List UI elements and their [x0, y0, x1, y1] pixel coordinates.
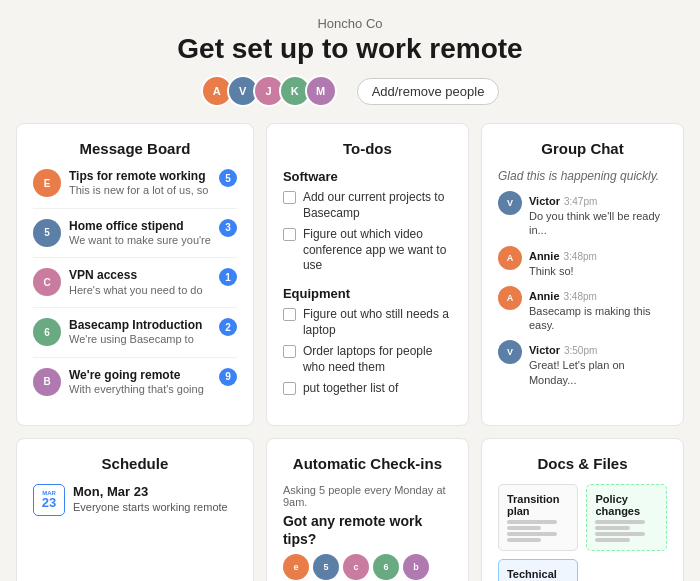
- doc-lines: [507, 520, 570, 542]
- chat-author: Victor: [529, 195, 560, 207]
- checkin-avatars: e5c6b: [283, 554, 452, 580]
- message-board-item[interactable]: 5 Home office stipend We want to make su…: [33, 219, 237, 259]
- message-board-list: E Tips for remote working This is new fo…: [33, 169, 237, 396]
- company-name: Honcho Co: [16, 16, 684, 31]
- chat-meta: Annie3:48pm: [529, 246, 597, 264]
- todo-checkbox[interactable]: [283, 228, 296, 241]
- todos-title: To-dos: [283, 140, 452, 157]
- docs-files-title: Docs & Files: [498, 455, 667, 472]
- msg-preview: Here's what you need to do: [69, 283, 211, 297]
- chat-message: A Annie3:48pm Think so!: [498, 246, 667, 278]
- chat-message: V Victor3:47pm Do you think we'll be rea…: [498, 191, 667, 238]
- msg-avatar: B: [33, 368, 61, 396]
- main-grid: Message Board E Tips for remote working …: [16, 123, 684, 581]
- todo-item[interactable]: put together list of: [283, 381, 452, 397]
- checkins-list: Asking 5 people every Monday at 9am. Got…: [283, 484, 452, 581]
- auto-checkins-title: Automatic Check-ins: [283, 455, 452, 472]
- auto-checkins-card: Automatic Check-ins Asking 5 people ever…: [266, 438, 469, 581]
- todo-text: Figure out which video conference app we…: [303, 227, 452, 274]
- chat-message: V Victor3:50pm Great! Let's plan on Mond…: [498, 340, 667, 387]
- chat-content: Annie3:48pm Basecamp is making this easy…: [529, 286, 667, 333]
- todo-item[interactable]: Order laptops for people who need them: [283, 344, 452, 375]
- docs-files-card: Docs & Files Transition plan Policy chan…: [481, 438, 684, 581]
- msg-title: VPN access: [69, 268, 211, 282]
- group-chat-title: Group Chat: [498, 140, 667, 157]
- chat-author: Annie: [529, 290, 560, 302]
- message-board-item[interactable]: B We're going remote With everything tha…: [33, 368, 237, 397]
- checkin-avatar: b: [403, 554, 429, 580]
- todo-checkbox[interactable]: [283, 382, 296, 395]
- chat-meta: Annie3:48pm: [529, 286, 667, 304]
- checkin-question: Got any remote work tips?: [283, 512, 452, 548]
- unread-badge: 1: [219, 268, 237, 286]
- header-avatar: M: [305, 75, 337, 107]
- msg-content: We're going remote With everything that'…: [69, 368, 211, 397]
- chat-content: Victor3:50pm Great! Let's plan on Monday…: [529, 340, 667, 387]
- doc-lines: [595, 520, 658, 542]
- todo-checkbox[interactable]: [283, 345, 296, 358]
- todo-section-title: Software: [283, 169, 452, 184]
- schedule-event: MAR 23 Mon, Mar 23 Everyone starts worki…: [33, 484, 237, 516]
- msg-avatar: C: [33, 268, 61, 296]
- chat-intro: Glad this is happening quickly.: [498, 169, 667, 183]
- chat-content: Annie3:48pm Think so!: [529, 246, 597, 278]
- message-board-title: Message Board: [33, 140, 237, 157]
- todo-text: put together list of: [303, 381, 398, 397]
- message-board-item[interactable]: C VPN access Here's what you need to do …: [33, 268, 237, 308]
- msg-content: Home office stipend We want to make sure…: [69, 219, 211, 248]
- add-remove-people-button[interactable]: Add/remove people: [357, 78, 500, 105]
- chat-avatar: V: [498, 340, 522, 364]
- chat-message: A Annie3:48pm Basecamp is making this ea…: [498, 286, 667, 333]
- todo-checkbox[interactable]: [283, 191, 296, 204]
- chat-meta: Victor3:50pm: [529, 340, 667, 358]
- todo-section: EquipmentFigure out who still needs a la…: [283, 286, 452, 397]
- doc-card[interactable]: Transition plan: [498, 484, 579, 551]
- chat-author: Annie: [529, 250, 560, 262]
- msg-title: We're going remote: [69, 368, 211, 382]
- chat-text: Basecamp is making this easy.: [529, 304, 667, 333]
- schedule-title: Schedule: [33, 455, 237, 472]
- event-info: Mon, Mar 23 Everyone starts working remo…: [73, 484, 228, 513]
- doc-title: Technical docs: [507, 568, 570, 581]
- chat-time: 3:48pm: [564, 251, 597, 262]
- checkin-avatar: 5: [313, 554, 339, 580]
- todo-checkbox[interactable]: [283, 308, 296, 321]
- checkin-asking: Asking 5 people every Monday at 9am.: [283, 484, 452, 508]
- msg-content: Basecamp Introduction We're using Baseca…: [69, 318, 211, 347]
- todo-item[interactable]: Add our current projects to Basecamp: [283, 190, 452, 221]
- todo-section-title: Equipment: [283, 286, 452, 301]
- todos-list: SoftwareAdd our current projects to Base…: [283, 169, 452, 397]
- message-board-card: Message Board E Tips for remote working …: [16, 123, 254, 426]
- doc-line: [507, 532, 557, 536]
- doc-line: [507, 538, 541, 542]
- chat-time: 3:47pm: [564, 196, 597, 207]
- todo-section: SoftwareAdd our current projects to Base…: [283, 169, 452, 274]
- todo-text: Figure out who still needs a laptop: [303, 307, 452, 338]
- chat-list: V Victor3:47pm Do you think we'll be rea…: [498, 191, 667, 387]
- unread-badge: 5: [219, 169, 237, 187]
- unread-badge: 2: [219, 318, 237, 336]
- doc-card[interactable]: Technical docs: [498, 559, 579, 581]
- calendar-icon: MAR 23: [33, 484, 65, 516]
- doc-title: Transition plan: [507, 493, 570, 517]
- chat-text: Great! Let's plan on Monday...: [529, 358, 667, 387]
- message-board-item[interactable]: 6 Basecamp Introduction We're using Base…: [33, 318, 237, 358]
- doc-line: [507, 520, 557, 524]
- chat-text: Think so!: [529, 264, 597, 278]
- todo-item[interactable]: Figure out who still needs a laptop: [283, 307, 452, 338]
- doc-card[interactable]: Policy changes: [586, 484, 667, 551]
- msg-content: Tips for remote working This is new for …: [69, 169, 211, 198]
- docs-grid: Transition plan Policy changes Technical…: [498, 484, 667, 581]
- chat-text: Do you think we'll be ready in...: [529, 209, 667, 238]
- msg-preview: We want to make sure you're: [69, 233, 211, 247]
- chat-time: 3:50pm: [564, 345, 597, 356]
- chat-avatar: V: [498, 191, 522, 215]
- avatar-group: AVJKM: [201, 75, 337, 107]
- chat-avatar: A: [498, 286, 522, 310]
- msg-title: Basecamp Introduction: [69, 318, 211, 332]
- msg-avatar: 6: [33, 318, 61, 346]
- todo-item[interactable]: Figure out which video conference app we…: [283, 227, 452, 274]
- todos-card: To-dos SoftwareAdd our current projects …: [266, 123, 469, 426]
- chat-author: Victor: [529, 344, 560, 356]
- message-board-item[interactable]: E Tips for remote working This is new fo…: [33, 169, 237, 209]
